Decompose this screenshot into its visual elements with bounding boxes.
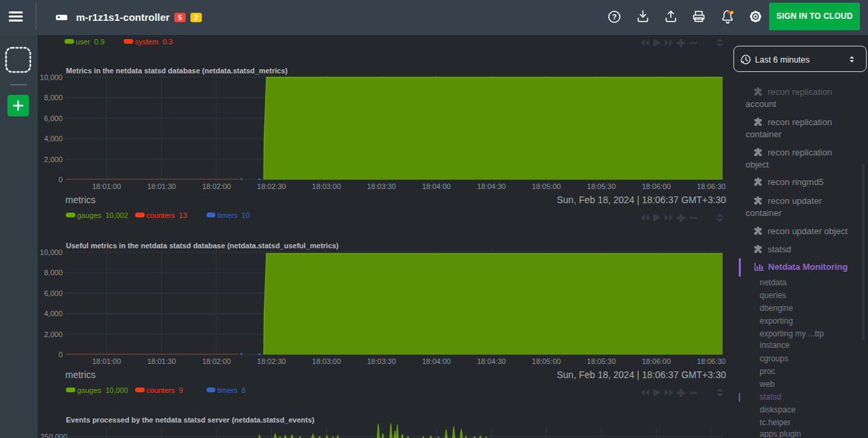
svg-text:?: ? [612, 13, 617, 21]
